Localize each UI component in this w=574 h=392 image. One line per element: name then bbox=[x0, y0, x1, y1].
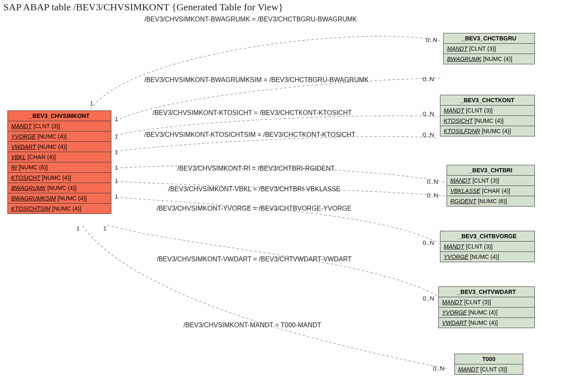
relation-label: /BEV3/CHVSIMKONT-BWAGRUMKSIM = /BEV3/CHC… bbox=[144, 76, 369, 84]
cardinality-many: 0..N bbox=[433, 365, 445, 372]
relation-label: /BEV3/CHVSIMKONT-YVORGE = /BEV3/CHTBVORG… bbox=[157, 205, 352, 212]
target-table-chctbgru: _BEV3_CHCTBGRU MANDT [CLNT (3)] BWAGRUMK… bbox=[443, 33, 535, 64]
table-row: MANDT [CLNT (3)] bbox=[447, 176, 534, 186]
relation-label: /BEV3/CHVSIMKONT-KTOSICHTSIM = /BEV3/CHC… bbox=[144, 131, 355, 138]
cardinality-many: 0..N bbox=[427, 178, 438, 185]
source-table-name: _BEV3_CHVSIMKONT bbox=[8, 111, 111, 121]
relation-label: /BEV3/CHVSIMKONT-RI = /BEV3/CHTBRI-RGIDE… bbox=[177, 165, 335, 172]
source-table: _BEV3_CHVSIMKONT MANDT [CLNT (3)] YVORGE… bbox=[7, 110, 111, 214]
table-row: KTOSICHT [NUMC (4)] bbox=[8, 173, 111, 183]
target-table-chtbvorge: _BEV3_CHTBVORGE MANDT [CLNT (3)] YVORGE … bbox=[440, 231, 535, 262]
table-row: MANDT [CLNT (3)] bbox=[444, 44, 534, 54]
cardinality-many: 0..N bbox=[423, 295, 434, 302]
target-table-name: _BEV3_CHCTKONT bbox=[440, 95, 534, 106]
target-table-chtvwdart: _BEV3_CHTVWDART MANDT [CLNT (3)] YVORGE … bbox=[438, 286, 535, 328]
table-row: BWAGRUMKSIM [NUMC (4)] bbox=[8, 193, 111, 204]
relation-label: /BEV3/CHVSIMKONT-VWDART = /BEV3/CHTVWDAR… bbox=[157, 256, 352, 263]
cardinality-one: 1 bbox=[115, 133, 118, 140]
cardinality-one: 1 bbox=[115, 177, 118, 184]
relation-label: /BEV3/CHVSIMKONT-MANDT = T000-MANDT bbox=[183, 322, 321, 329]
table-row: YVORGE [NUMC (4)] bbox=[8, 131, 111, 142]
cardinality-one: 1 bbox=[103, 225, 106, 232]
table-row: MANDT [CLNT (3)] bbox=[440, 242, 534, 252]
table-row: YVORGE [NUMC (4)] bbox=[439, 307, 534, 318]
table-row: RI [NUMC (6)] bbox=[8, 162, 111, 173]
target-table-name: _BEV3_CHTBVORGE bbox=[440, 231, 534, 242]
table-row: VWDART [NUMC (4)] bbox=[439, 318, 534, 328]
cardinality-one: 1 bbox=[115, 115, 118, 122]
target-table-name: _BEV3_CHTBRI bbox=[447, 165, 534, 176]
cardinality-many: 0..N bbox=[423, 131, 434, 138]
cardinality-many: 0..N bbox=[423, 239, 434, 246]
cardinality-one: 1 bbox=[115, 148, 118, 155]
table-row: BWAGRUMK [NUMC (4)] bbox=[444, 54, 534, 64]
table-row: MANDT [CLNT (3)] bbox=[439, 297, 534, 307]
target-table-name: _BEV3_CHTVWDART bbox=[439, 287, 534, 297]
table-row: VBKLASSE [CHAR (4)] bbox=[447, 186, 534, 196]
table-row: MANDT [CLNT (3)] bbox=[8, 121, 111, 131]
target-table-name: _BEV3_CHCTBGRU bbox=[444, 33, 534, 44]
page-title: SAP ABAP table /BEV3/CHVSIMKONT {Generat… bbox=[3, 2, 283, 13]
table-row: MANDT [CLNT (3)] bbox=[455, 364, 523, 374]
table-row: KTOSICHT [NUMC (4)] bbox=[440, 116, 534, 126]
table-row: VWDART [NUMC (4)] bbox=[8, 142, 111, 152]
relation-label: /BEV3/CHVSIMKONT-BWAGRUMK = /BEV3/CHCTBG… bbox=[144, 16, 357, 23]
cardinality-one: 1 bbox=[115, 193, 118, 200]
table-row: VBKL [CHAR (4)] bbox=[8, 152, 111, 162]
relation-label: /BEV3/CHVSIMKONT-VBKL = /BEV3/CHTBRI-VBK… bbox=[168, 185, 341, 193]
table-row: RGIDENT [NUMC (6)] bbox=[447, 196, 534, 206]
cardinality-one: 1 bbox=[90, 100, 93, 107]
cardinality-many: 0..N bbox=[423, 110, 434, 117]
target-table-chctkont: _BEV3_CHCTKONT MANDT [CLNT (3)] KTOSICHT… bbox=[440, 95, 535, 136]
cardinality-many: 0..N bbox=[423, 75, 434, 82]
cardinality-one: 1 bbox=[76, 225, 80, 232]
cardinality-many: 0..N bbox=[427, 192, 438, 199]
table-row: MANDT [CLNT (3)] bbox=[440, 106, 534, 116]
target-table-name: T000 bbox=[455, 354, 523, 364]
cardinality-one: 1 bbox=[115, 164, 118, 171]
target-table-chtbri: _BEV3_CHTBRI MANDT [CLNT (3)] VBKLASSE [… bbox=[447, 165, 535, 207]
relation-label: /BEV3/CHVSIMKONT-KTOSICHT = /BEV3/CHCTKO… bbox=[153, 109, 352, 117]
table-row: KTOSILFDNR [NUMC (4)] bbox=[440, 126, 534, 136]
table-row: BWAGRUMK [NUMC (4)] bbox=[8, 183, 111, 193]
table-row: YVORGE [NUMC (4)] bbox=[440, 252, 534, 262]
target-table-t000: T000 MANDT [CLNT (3)] bbox=[454, 354, 523, 375]
table-row: KTOSICHTSIM [NUMC (4)] bbox=[8, 204, 111, 214]
cardinality-many: 0..N bbox=[426, 36, 438, 43]
